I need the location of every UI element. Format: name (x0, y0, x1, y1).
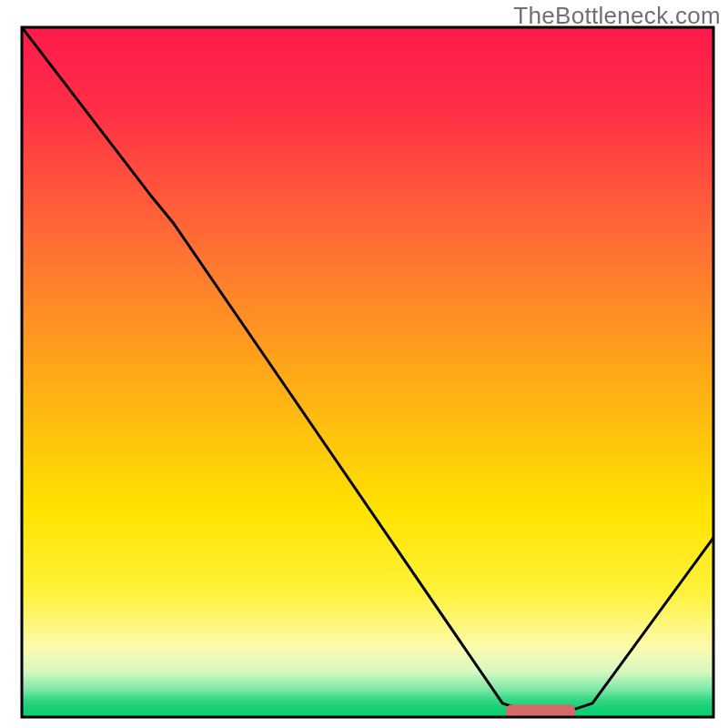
chart-container: TheBottleneck.com (0, 0, 728, 728)
optimal-marker (506, 704, 575, 721)
bottleneck-chart (0, 0, 728, 728)
plot-background (22, 27, 713, 717)
